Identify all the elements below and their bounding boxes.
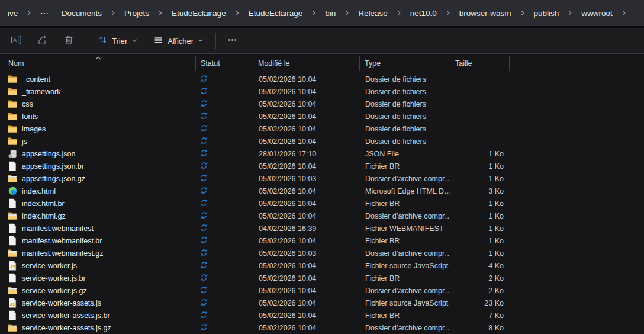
sync-pending-icon [200, 236, 208, 246]
file-name: fonts [22, 113, 38, 121]
sort-ascending-caret-icon [95, 54, 102, 62]
file-row[interactable]: _content 05/02/2026 10:04 Dossier de fic… [0, 73, 644, 85]
file-row[interactable]: _framework 05/02/2026 10:04 Dossier de f… [0, 85, 644, 98]
file-type: Fichier source JavaScript [359, 262, 450, 270]
column-header-modified[interactable]: Modifié le [253, 56, 359, 71]
file-size: 1 Ko [450, 237, 509, 245]
view-button-label: Afficher [168, 37, 194, 46]
breadcrumb-item[interactable]: net10.0 [404, 6, 443, 21]
breadcrumb-chevron-icon[interactable] [234, 9, 241, 17]
sync-pending-icon [200, 211, 208, 221]
document-icon [7, 310, 18, 320]
file-type: JSON File [359, 150, 450, 158]
file-row[interactable]: manifest.webmanifest.gz 05/02/2026 10:03… [0, 247, 644, 259]
chevron-down-icon [198, 37, 204, 46]
file-modified-date: 05/02/2026 10:04 [253, 299, 359, 307]
more-options-button[interactable] [220, 31, 245, 50]
delete-button[interactable] [56, 31, 82, 50]
breadcrumb-item[interactable]: wwwroot [575, 6, 619, 21]
file-name: index.html.br [22, 200, 65, 208]
file-explorer-window: ive ⋯Documents Projets EtudeEclairage Et… [0, 0, 644, 334]
breadcrumb-item[interactable]: Projets [118, 6, 156, 21]
file-row[interactable]: manifest.webmanifest.br 05/02/2026 10:04… [0, 235, 644, 247]
file-row[interactable]: appsettings.json.gz 05/02/2026 10:03 Dos… [0, 172, 644, 185]
file-row[interactable]: JS service-worker-assets.js 05/02/2026 1… [0, 297, 644, 309]
file-row[interactable]: appsettings.json.br 05/02/2026 10:04 Fic… [0, 160, 644, 172]
breadcrumb-chevron-icon[interactable] [395, 9, 402, 17]
breadcrumb-item[interactable]: EtudeEclairage [242, 6, 310, 21]
file-modified-date: 05/02/2026 10:04 [253, 137, 359, 146]
file-name: appsettings.json.gz [22, 175, 85, 183]
document-icon [7, 273, 18, 283]
zip-folder-icon [7, 174, 18, 183]
breadcrumb-item[interactable]: bin [318, 6, 342, 21]
share-icon [37, 34, 48, 47]
file-row[interactable]: css 05/02/2026 10:04 Dossier de fichiers [0, 98, 644, 110]
file-row[interactable]: images 05/02/2026 10:04 Dossier de fichi… [0, 123, 644, 135]
file-row[interactable]: js 05/02/2026 10:04 Dossier de fichiers [0, 135, 644, 147]
file-row[interactable]: index.html 05/02/2026 10:04 Microsoft Ed… [0, 185, 644, 197]
breadcrumb-item[interactable]: ive [1, 6, 24, 21]
chevron-down-icon [131, 37, 138, 46]
sort-button[interactable]: Trier [90, 31, 146, 50]
breadcrumb-item[interactable]: Release [352, 6, 394, 21]
sync-pending-icon [200, 162, 208, 171]
breadcrumb-chevron-icon[interactable] [25, 9, 33, 17]
breadcrumb-chevron-icon[interactable] [445, 9, 452, 17]
js-file-icon: JS [7, 298, 18, 308]
file-modified-date: 05/02/2026 10:04 [253, 324, 359, 332]
file-row[interactable]: service-worker-assets.js.br 05/02/2026 1… [0, 309, 644, 322]
breadcrumb-item[interactable]: EtudeEclairage [165, 6, 233, 21]
breadcrumb-chevron-icon[interactable] [343, 9, 350, 17]
file-modified-date: 28/01/2026 17:10 [253, 150, 359, 158]
breadcrumb-chevron-icon[interactable] [566, 9, 574, 17]
breadcrumb-item[interactable]: browser-wasm [453, 6, 518, 21]
file-modified-date: 05/02/2026 10:03 [253, 249, 359, 258]
sort-button-label: Trier [112, 37, 127, 46]
file-type: Fichier BR [359, 200, 450, 208]
sync-pending-icon [200, 274, 208, 283]
file-type: Dossier d’archive compr… [359, 324, 450, 332]
breadcrumb-item[interactable]: Documents [55, 6, 108, 21]
column-header-size[interactable]: Taille [450, 56, 509, 71]
breadcrumb-chevron-icon[interactable] [110, 9, 117, 17]
file-modified-date: 05/02/2026 10:04 [253, 212, 359, 220]
breadcrumb-chevron-icon[interactable] [157, 9, 164, 17]
file-row[interactable]: service-worker.js.br 05/02/2026 10:04 Fi… [0, 272, 644, 284]
breadcrumb-item[interactable]: publish [527, 6, 566, 21]
breadcrumb-chevron-icon[interactable] [620, 9, 627, 17]
folder-icon [7, 124, 18, 133]
file-size: 8 Ko [450, 324, 509, 332]
file-size: 4 Ko [450, 262, 509, 270]
zip-folder-icon [7, 286, 18, 295]
breadcrumb-chevron-icon[interactable] [519, 9, 526, 17]
rename-button[interactable]: A [2, 31, 29, 50]
file-row[interactable]: index.html.br 05/02/2026 10:04 Fichier B… [0, 197, 644, 210]
svg-text:A: A [13, 37, 17, 43]
file-row[interactable]: manifest.webmanifest 04/02/2026 16:39 Fi… [0, 222, 644, 235]
folder-icon [7, 99, 18, 108]
column-header-status[interactable]: Statut [195, 56, 253, 71]
sync-pending-icon [200, 149, 208, 159]
file-modified-date: 05/02/2026 10:04 [253, 75, 359, 84]
file-row[interactable]: service-worker-assets.js.gz 05/02/2026 1… [0, 322, 644, 334]
file-size: 1 Ko [450, 224, 509, 233]
file-row[interactable]: fonts 05/02/2026 10:04 Dossier de fichie… [0, 110, 644, 123]
column-header-type[interactable]: Type [359, 56, 450, 71]
toolbar-separator [215, 33, 216, 49]
file-size: 3 Ko [450, 187, 509, 195]
breadcrumb-ellipsis[interactable]: ⋯ [34, 5, 55, 21]
file-name: appsettings.json [22, 150, 75, 158]
zip-folder-icon [7, 323, 18, 332]
file-row[interactable]: appsettings.json 28/01/2026 17:10 JSON F… [0, 147, 644, 160]
file-type: Fichier BR [359, 274, 450, 282]
file-type: Dossier de fichiers [359, 125, 450, 133]
share-button[interactable] [29, 31, 56, 50]
view-button[interactable]: Afficher [146, 31, 212, 50]
file-list: Nom Statut Modifié le Type Taille _conte… [0, 53, 644, 334]
breadcrumb-chevron-icon[interactable] [310, 9, 317, 17]
sync-pending-icon [200, 75, 208, 84]
file-row[interactable]: JS service-worker.js 05/02/2026 10:04 Fi… [0, 259, 644, 272]
file-row[interactable]: index.html.gz 05/02/2026 10:04 Dossier d… [0, 210, 644, 222]
file-row[interactable]: service-worker.js.gz 05/02/2026 10:04 Do… [0, 284, 644, 297]
